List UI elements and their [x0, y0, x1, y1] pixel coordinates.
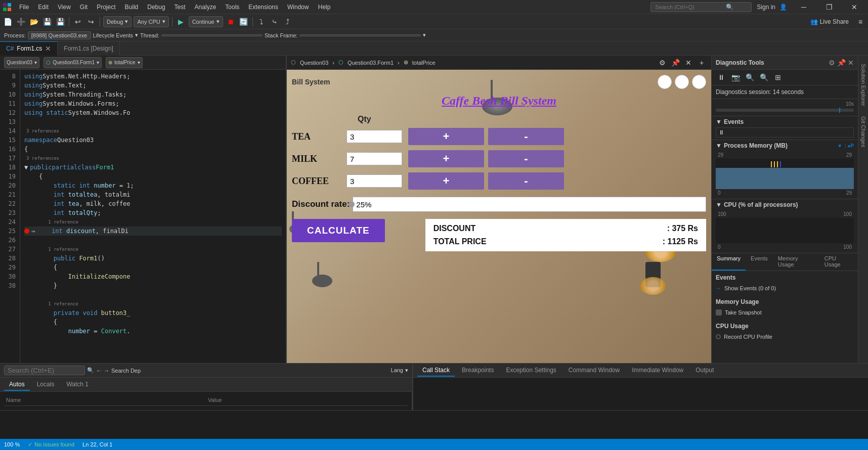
- menu-file[interactable]: File: [15, 3, 33, 12]
- autos-search-icon[interactable]: 🔍: [87, 367, 94, 374]
- milk-plus-button[interactable]: +: [408, 150, 484, 167]
- autos-nav-back[interactable]: ←: [96, 368, 102, 374]
- menu-edit[interactable]: Edit: [34, 3, 53, 12]
- form-circle-btn-3[interactable]: [692, 75, 706, 89]
- show-events-item[interactable]: ↔ Show Events (0 of 0): [716, 284, 854, 292]
- tab-command-window[interactable]: Command Window: [563, 365, 625, 377]
- menu-search-box[interactable]: 🔍: [650, 2, 752, 12]
- diag-tab-events[interactable]: Events: [746, 253, 773, 271]
- open-button[interactable]: 📂: [28, 16, 39, 27]
- signin-area[interactable]: Sign in 👤: [757, 4, 787, 11]
- tea-minus-button[interactable]: -: [488, 128, 564, 145]
- signin-label[interactable]: Sign in: [757, 4, 775, 11]
- menu-debug[interactable]: Debug: [143, 3, 169, 12]
- tab-watch[interactable]: Watch 1: [61, 379, 94, 391]
- tea-plus-button[interactable]: +: [408, 128, 484, 145]
- tab-autos[interactable]: Autos: [4, 379, 30, 391]
- menu-analyze[interactable]: Analyze: [191, 3, 221, 12]
- start-button[interactable]: ▶: [176, 16, 187, 27]
- form-settings-btn[interactable]: ⚙: [657, 57, 668, 68]
- menu-window[interactable]: Window: [283, 3, 313, 12]
- menu-build[interactable]: Build: [121, 3, 143, 12]
- tab-form1-design[interactable]: Form1.cs [Design]: [58, 41, 119, 56]
- tab-breakpoints[interactable]: Breakpoints: [457, 365, 499, 377]
- form-close-btn[interactable]: ✕: [683, 57, 694, 68]
- tab-form1-cs-close[interactable]: ✕: [45, 44, 51, 53]
- stack-frame-dropdown[interactable]: [299, 34, 421, 36]
- coffee-input[interactable]: [346, 174, 402, 188]
- undo-button[interactable]: ↩: [72, 16, 83, 27]
- diag-pause-btn[interactable]: ⏸: [716, 72, 727, 83]
- calculate-button[interactable]: CALCULATE: [292, 219, 385, 242]
- process-dropdown[interactable]: [8988] Question03.exe: [28, 31, 91, 39]
- step-out-button[interactable]: ⤴: [282, 16, 293, 27]
- diag-zoom-in-btn[interactable]: 🔍: [744, 72, 755, 83]
- tab-locals[interactable]: Locals: [32, 379, 60, 391]
- discount-input[interactable]: [353, 197, 706, 212]
- tab-form1-cs[interactable]: C# Form1.cs ✕: [0, 41, 58, 56]
- tab-output[interactable]: Output: [690, 365, 719, 377]
- tab-immediate-window[interactable]: Immediate Window: [627, 365, 688, 377]
- diag-tab-cpu[interactable]: CPU Usage: [819, 253, 858, 271]
- redo-button[interactable]: ↪: [85, 16, 97, 27]
- save-button[interactable]: 💾: [41, 16, 53, 27]
- diag-tab-memory[interactable]: Memory Usage: [773, 253, 819, 271]
- close-button[interactable]: ✕: [843, 0, 866, 14]
- diag-close-btn[interactable]: ✕: [848, 59, 854, 67]
- solution-explorer-tab[interactable]: Solution Explorer: [859, 60, 867, 110]
- minimize-button[interactable]: ─: [792, 0, 815, 14]
- tea-input[interactable]: [346, 130, 402, 143]
- milk-input[interactable]: [346, 152, 402, 165]
- form-circle-btn-1[interactable]: [658, 75, 672, 89]
- diag-camera-btn[interactable]: 📷: [730, 72, 741, 83]
- form-circle-btn-2[interactable]: [675, 75, 689, 89]
- code-content[interactable]: using System.Net.Http.Headers; using Sys…: [20, 70, 286, 363]
- diag-settings-btn[interactable]: ⚙: [829, 59, 835, 67]
- tab-call-stack[interactable]: Call Stack: [417, 365, 455, 377]
- menu-search-input[interactable]: [655, 4, 726, 10]
- menu-tools[interactable]: Tools: [221, 3, 243, 12]
- take-snapshot-button[interactable]: Take Snapshot: [716, 308, 854, 317]
- diag-tab-summary[interactable]: Summary: [712, 253, 746, 271]
- milk-minus-button[interactable]: -: [488, 150, 564, 167]
- menu-view[interactable]: View: [54, 3, 75, 12]
- live-share-button[interactable]: 👥 Live Share: [806, 17, 853, 26]
- add-button[interactable]: ➕: [15, 16, 26, 27]
- menu-project[interactable]: Project: [93, 3, 119, 12]
- tab-exception-settings[interactable]: Exception Settings: [501, 365, 561, 377]
- stop-button[interactable]: ⏹: [225, 16, 236, 27]
- namespace-dropdown[interactable]: Question03 ▾: [4, 57, 39, 68]
- restore-button[interactable]: ❐: [817, 0, 841, 14]
- timeline-bar[interactable]: [716, 109, 854, 112]
- menu-extensions[interactable]: Extensions: [244, 3, 282, 12]
- process-memory-header[interactable]: ▼ Process Memory (MB) ▼ : ●P: [716, 142, 854, 149]
- debug-config-dropdown[interactable]: Debug ▾: [103, 16, 132, 27]
- coffee-minus-button[interactable]: -: [488, 172, 564, 190]
- continue-dropdown[interactable]: Continue ▾: [189, 16, 223, 27]
- memory-filter-btn[interactable]: ▼: [837, 143, 842, 149]
- menu-git[interactable]: Git: [76, 3, 92, 12]
- zoom-level[interactable]: 100 %: [4, 441, 20, 447]
- memory-type-btn[interactable]: : ●P: [844, 143, 854, 149]
- step-into-button[interactable]: ⤷: [269, 16, 280, 27]
- autos-nav-forward[interactable]: →: [104, 368, 109, 374]
- new-file-button[interactable]: 📄: [2, 16, 13, 27]
- diag-filter-btn[interactable]: ⊞: [772, 72, 784, 83]
- save-all-button[interactable]: 💾: [55, 16, 66, 27]
- cpu-section-header[interactable]: ▼ CPU (% of all processors): [716, 201, 854, 208]
- record-cpu-button[interactable]: Record CPU Profile: [716, 333, 854, 341]
- form-expand-btn[interactable]: +: [696, 57, 707, 68]
- member-dropdown[interactable]: ⊛ totalPrice ▾: [106, 57, 143, 68]
- diag-zoom-out-btn[interactable]: 🔍: [758, 72, 769, 83]
- step-over-button[interactable]: ⤵: [256, 16, 267, 27]
- class-dropdown[interactable]: ⬡ Question03.Form1 ▾: [44, 57, 102, 68]
- solution-explorer-button[interactable]: ≡: [855, 16, 866, 27]
- events-section-header[interactable]: ▼ Events: [716, 118, 854, 125]
- restart-button[interactable]: 🔄: [238, 16, 249, 27]
- thread-dropdown[interactable]: [161, 34, 263, 36]
- autos-search-input[interactable]: [4, 366, 85, 375]
- diag-pin-btn[interactable]: 📌: [837, 59, 846, 67]
- cpu-config-dropdown[interactable]: Any CPU ▾: [134, 16, 168, 27]
- form-pin-btn[interactable]: 📌: [670, 57, 681, 68]
- menu-help[interactable]: Help: [314, 3, 335, 12]
